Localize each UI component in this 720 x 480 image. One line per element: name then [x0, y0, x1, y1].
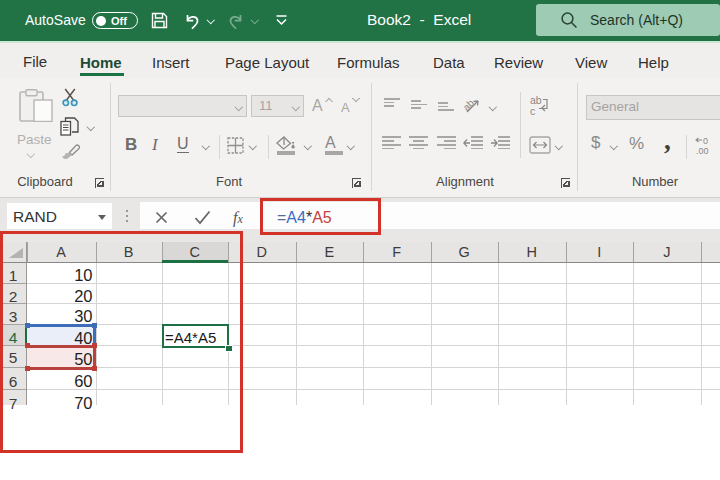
- svg-text:c: c: [530, 105, 535, 117]
- svg-text:0: 0: [703, 136, 708, 146]
- svg-text:ab: ab: [464, 97, 476, 113]
- svg-text:.00: .00: [696, 146, 709, 155]
